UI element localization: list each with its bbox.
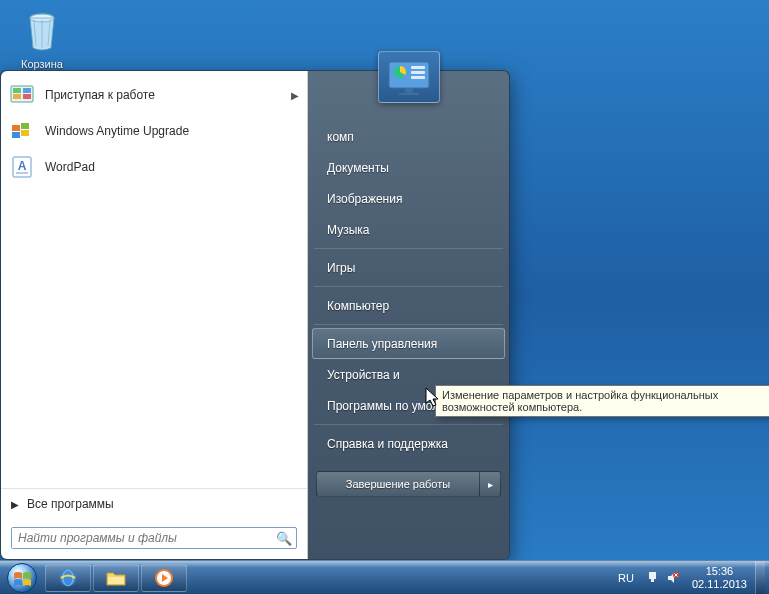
- svg-rect-3: [13, 88, 21, 93]
- separator: [314, 424, 503, 425]
- windows-anytime-icon: [9, 118, 35, 144]
- clock[interactable]: 15:36 02.11.2013: [684, 565, 755, 590]
- separator: [314, 248, 503, 249]
- program-label: WordPad: [45, 160, 299, 174]
- program-item-wordpad[interactable]: A WordPad: [1, 149, 307, 185]
- svg-rect-15: [405, 88, 413, 93]
- svg-rect-10: [21, 130, 29, 136]
- svg-rect-20: [411, 76, 425, 79]
- svg-rect-9: [12, 132, 20, 138]
- svg-rect-5: [23, 88, 31, 93]
- right-item-user[interactable]: комп: [312, 121, 505, 152]
- volume-icon[interactable]: [666, 571, 680, 585]
- right-item-games[interactable]: Игры: [312, 252, 505, 283]
- shutdown-options-arrow[interactable]: ▸: [480, 472, 500, 496]
- action-center-icon[interactable]: [646, 571, 660, 585]
- search-icon[interactable]: 🔍: [272, 531, 296, 546]
- shutdown-label: Завершение работы: [317, 472, 480, 496]
- desktop-icon-recycle-bin[interactable]: Корзина: [12, 8, 72, 70]
- program-item-getting-started[interactable]: Приступая к работе ▶: [1, 77, 307, 113]
- svg-rect-19: [411, 71, 425, 74]
- taskbar-button-ie[interactable]: [45, 564, 91, 592]
- right-item-pictures[interactable]: Изображения: [312, 183, 505, 214]
- program-label: Приступая к работе: [45, 88, 291, 102]
- submenu-arrow-icon: ▶: [291, 90, 299, 101]
- search-box: 🔍: [11, 527, 297, 549]
- start-button[interactable]: [0, 561, 44, 594]
- svg-rect-7: [12, 125, 20, 131]
- program-label: Windows Anytime Upgrade: [45, 124, 299, 138]
- taskbar: RU 15:36 02.11.2013: [0, 560, 769, 594]
- internet-explorer-icon: [57, 567, 79, 589]
- desktop-icon-label: Корзина: [21, 58, 63, 70]
- clock-date: 02.11.2013: [692, 578, 747, 591]
- separator: [314, 324, 503, 325]
- windows-orb-icon: [7, 563, 37, 593]
- program-list: Приступая к работе ▶ Windows Anytime Upg…: [1, 71, 307, 488]
- svg-rect-16: [399, 93, 419, 95]
- start-menu: Приступая к работе ▶ Windows Anytime Upg…: [0, 70, 510, 560]
- start-menu-left-panel: Приступая к работе ▶ Windows Anytime Upg…: [1, 71, 308, 559]
- tooltip: Изменение параметров и настройка функцио…: [435, 385, 769, 417]
- svg-rect-4: [13, 94, 21, 99]
- recycle-bin-icon: [18, 8, 66, 56]
- wordpad-icon: A: [9, 154, 35, 180]
- file-explorer-icon: [105, 567, 127, 589]
- start-menu-right-panel: комп Документы Изображения Музыка Игры К…: [308, 71, 509, 559]
- taskbar-button-media-player[interactable]: [141, 564, 187, 592]
- taskbar-button-explorer[interactable]: [93, 564, 139, 592]
- media-player-icon: [153, 567, 175, 589]
- svg-rect-6: [23, 94, 31, 99]
- search-input[interactable]: [12, 528, 272, 548]
- svg-text:A: A: [18, 159, 27, 173]
- all-programs-button[interactable]: ▶ Все программы: [1, 489, 307, 519]
- right-item-control-panel[interactable]: Панель управления: [312, 328, 505, 359]
- program-item-anytime-upgrade[interactable]: Windows Anytime Upgrade: [1, 113, 307, 149]
- svg-rect-23: [108, 577, 124, 584]
- user-avatar-frame[interactable]: [378, 51, 440, 103]
- svg-rect-18: [411, 66, 425, 69]
- svg-rect-8: [21, 123, 29, 129]
- clock-time: 15:36: [692, 565, 747, 578]
- control-panel-icon: [387, 58, 431, 96]
- expand-arrow-icon: ▶: [11, 499, 19, 510]
- right-item-help[interactable]: Справка и поддержка: [312, 428, 505, 459]
- right-item-music[interactable]: Музыка: [312, 214, 505, 245]
- all-programs-label: Все программы: [27, 497, 114, 511]
- shutdown-button[interactable]: Завершение работы ▸: [316, 471, 501, 497]
- language-indicator[interactable]: RU: [610, 572, 642, 584]
- show-desktop-button[interactable]: [755, 561, 765, 595]
- right-item-documents[interactable]: Документы: [312, 152, 505, 183]
- separator: [314, 286, 503, 287]
- right-item-computer[interactable]: Компьютер: [312, 290, 505, 321]
- getting-started-icon: [9, 82, 35, 108]
- svg-rect-26: [651, 579, 654, 582]
- system-tray: RU 15:36 02.11.2013: [610, 561, 769, 594]
